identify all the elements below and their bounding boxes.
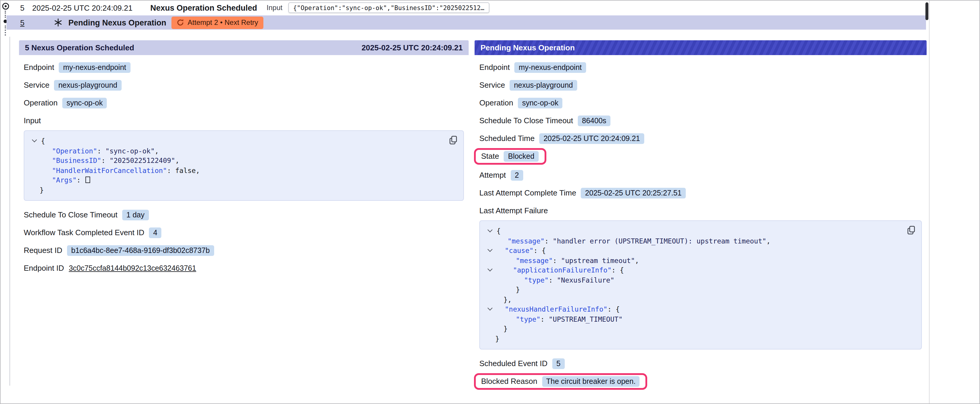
field-label: Endpoint ID <box>24 264 64 273</box>
field-request-id: Request ID b1c6a4bc-8ee7-468a-9169-df3b0… <box>24 244 464 257</box>
field-workflow-task-completed-event-id: Workflow Task Completed Event ID 4 <box>24 226 464 239</box>
field-value-badge: nexus-playground <box>54 80 122 90</box>
field-label: Blocked Reason <box>481 377 537 386</box>
retry-badge-label: Attempt 2 • Next Retry <box>188 18 258 27</box>
field-label: Service <box>479 81 505 89</box>
field-last-attempt-complete-time: Last Attempt Complete Time 2025-02-25 UT… <box>479 187 922 199</box>
field-label: Scheduled Event ID <box>479 359 547 368</box>
field-scheduled-event-id: Scheduled Event ID 5 <box>479 357 922 370</box>
field-schedule-to-close-timeout: Schedule To Close Timeout 86400s <box>479 114 922 127</box>
chevron-down-icon[interactable] <box>487 266 496 273</box>
event-id[interactable]: 5 <box>20 3 24 12</box>
pending-operation-panel: Pending Nexus Operation Endpoint my-nexu… <box>474 40 927 396</box>
state-badge: Blocked <box>504 151 539 162</box>
state-highlight-annotation: State Blocked <box>474 148 546 165</box>
event-input-preview[interactable]: {"Operation":"sync-op-ok","BusinessID":"… <box>288 2 489 13</box>
empty-array-icon <box>86 176 90 183</box>
input-json-code: { "Operation": "sync-op-ok", "BusinessID… <box>32 136 456 195</box>
field-value-badge: 2025-02-25 UTC 20:24:09.21 <box>539 133 644 144</box>
field-label: Endpoint <box>479 63 510 72</box>
event-row-nexus-operation-scheduled[interactable]: 5 2025-02-25 UTC 20:24:09.21 Nexus Opera… <box>1 1 489 15</box>
chevron-down-icon[interactable] <box>487 306 496 312</box>
field-value-badge: 5 <box>552 358 565 369</box>
timeline-connector <box>5 25 6 36</box>
field-label: Operation <box>24 98 57 107</box>
field-label: Workflow Task Completed Event ID <box>24 228 145 237</box>
chevron-down-icon[interactable] <box>487 228 496 233</box>
pending-operation-title: Pending Nexus Operation <box>68 18 166 27</box>
blocked-reason-badge: The circuit breaker is open. <box>542 376 640 387</box>
input-json-viewer: { "Operation": "sync-op-ok", "BusinessID… <box>24 130 464 201</box>
field-value-badge: my-nexus-endpoint <box>515 62 586 73</box>
field-state: State Blocked <box>479 147 922 165</box>
field-value-badge: sync-op-ok <box>518 97 562 108</box>
retry-badge: Attempt 2 • Next Retry <box>172 16 264 29</box>
field-service: Service nexus-playground <box>479 79 922 91</box>
retry-icon <box>177 19 184 26</box>
chevron-down-icon[interactable] <box>487 247 496 253</box>
field-label: Scheduled Time <box>479 134 535 143</box>
scrollbar-thumb[interactable] <box>926 2 928 20</box>
scheduled-panel-title: 5 Nexus Operation Scheduled <box>25 43 134 52</box>
scheduled-panel-header: 5 Nexus Operation Scheduled 2025-02-25 U… <box>19 40 469 55</box>
field-label: Endpoint <box>24 63 54 72</box>
field-input-label: Input <box>24 114 464 127</box>
failure-json-viewer: { "message": "handler error (UPSTREAM_TI… <box>479 220 922 350</box>
field-label: Schedule To Close Timeout <box>479 116 573 125</box>
field-value-badge: my-nexus-endpoint <box>59 62 130 73</box>
pending-operation-row[interactable]: 5 Pending Nexus Operation Attempt 2 • Ne… <box>6 16 926 30</box>
field-service: Service nexus-playground <box>24 79 464 91</box>
field-label: Input <box>24 116 41 125</box>
field-label: Schedule To Close Timeout <box>24 210 118 219</box>
field-value-badge: 1 day <box>122 209 149 220</box>
endpoint-id-link[interactable]: 3c0c75ccfa8144b092c13ce632463761 <box>69 264 196 272</box>
field-value-badge: 2 <box>511 170 523 181</box>
field-scheduled-time: Scheduled Time 2025-02-25 UTC 20:24:09.2… <box>479 132 922 144</box>
pending-panel-title: Pending Nexus Operation <box>480 43 575 52</box>
field-label: Last Attempt Complete Time <box>479 189 576 197</box>
field-label: Service <box>24 81 49 89</box>
asterisk-icon <box>54 18 62 27</box>
field-label: State <box>481 152 499 160</box>
field-value-badge: 2025-02-25 UTC 20:25:27.51 <box>581 187 686 198</box>
scheduled-event-panel: 5 Nexus Operation Scheduled 2025-02-25 U… <box>19 40 469 280</box>
field-value-badge: sync-op-ok <box>62 97 107 108</box>
blocked-reason-highlight-annotation: Blocked Reason The circuit breaker is op… <box>474 373 648 390</box>
field-label: Operation <box>479 98 513 107</box>
copy-icon[interactable] <box>907 226 915 234</box>
details-left-border <box>10 37 10 386</box>
event-title[interactable]: Nexus Operation Scheduled <box>150 3 257 12</box>
field-endpoint: Endpoint my-nexus-endpoint <box>24 61 464 73</box>
field-value-badge: 4 <box>149 227 162 238</box>
field-endpoint: Endpoint my-nexus-endpoint <box>479 61 922 73</box>
field-attempt: Attempt 2 <box>479 169 922 181</box>
failure-json-code: { "message": "handler error (UPSTREAM_TI… <box>487 226 914 344</box>
field-label: Last Attempt Failure <box>479 206 548 215</box>
field-operation: Operation sync-op-ok <box>479 97 922 109</box>
event-timestamp: 2025-02-25 UTC 20:24:09.21 <box>32 3 132 12</box>
event-input-label: Input <box>267 3 282 12</box>
chevron-down-icon[interactable] <box>32 138 41 143</box>
field-endpoint-id: Endpoint ID 3c0c75ccfa8144b092c13ce63246… <box>24 262 464 274</box>
field-label: Request ID <box>24 246 62 255</box>
field-value-badge: b1c6a4bc-8ee7-468a-9169-df3b02c8737b <box>67 245 214 256</box>
scrollbar-track <box>929 1 929 403</box>
scheduled-panel-timestamp: 2025-02-25 UTC 20:24:09.21 <box>361 43 463 52</box>
workflow-event-history: 5 2025-02-25 UTC 20:24:09.21 Nexus Opera… <box>0 0 980 404</box>
pending-event-link[interactable]: 5 <box>20 18 24 27</box>
field-value-badge: nexus-playground <box>510 80 577 90</box>
pending-panel-header: Pending Nexus Operation <box>474 40 927 55</box>
copy-icon[interactable] <box>449 136 457 144</box>
field-operation: Operation sync-op-ok <box>24 97 464 109</box>
field-schedule-to-close-timeout: Schedule To Close Timeout 1 day <box>24 209 464 221</box>
field-value-badge: 86400s <box>578 115 611 126</box>
field-last-attempt-failure-label: Last Attempt Failure <box>479 204 922 217</box>
field-label: Attempt <box>479 171 506 179</box>
field-blocked-reason: Blocked Reason The circuit breaker is op… <box>479 372 922 390</box>
